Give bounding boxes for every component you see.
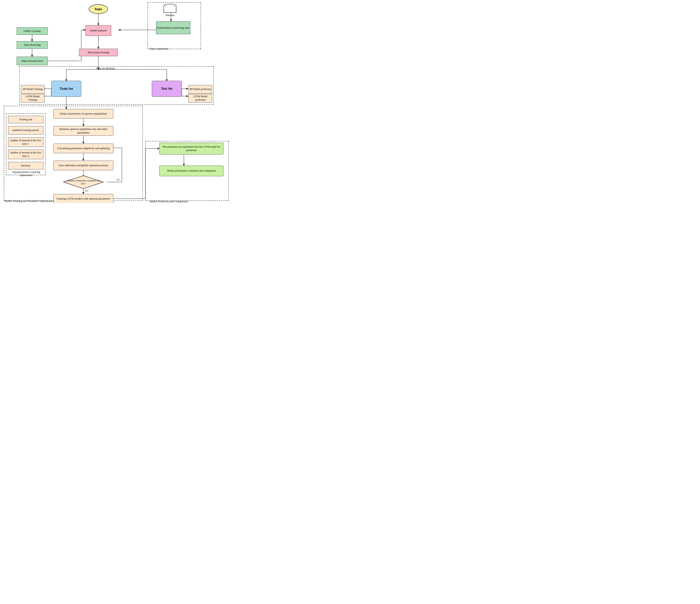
- dataset-division-box: [19, 66, 214, 105]
- neurons-layer2-node: number of neurons in the first layer 2: [8, 150, 43, 159]
- bp-training-node: BP Model Training: [21, 85, 45, 94]
- init-size-node: Initialize sparrow population size and o…: [53, 126, 113, 136]
- test-set-node: Test Set: [152, 81, 182, 97]
- neurons-layer1-node: number of neurons in the first layer 1: [8, 137, 43, 147]
- training-epochs-node: numberof training epochs: [8, 126, 43, 135]
- calc-adapt-node: Calculating population adaptivity and up…: [53, 143, 113, 153]
- lstm-prediction-node: LSTM Model prediction: [189, 94, 212, 103]
- outlier-node: Outlier cleanup: [17, 27, 48, 35]
- batchsize-node: batchsize: [8, 162, 43, 169]
- bp-prediction-node: BP Model prediction: [189, 85, 212, 94]
- denoising-node: Data denoising: [17, 41, 48, 49]
- deformation-node: Deformation monitoring data: [156, 21, 190, 34]
- substitute-params-node: The parameters are substituted into the …: [159, 143, 223, 155]
- training-rate-node: Training rate: [8, 116, 43, 123]
- database-icon: Databas: [164, 4, 176, 17]
- init-sparrow-node: Initial construction of sparrow populati…: [53, 109, 113, 119]
- begin-node: Begin: [89, 4, 108, 14]
- train-optimal-node: Training LSTM models with optimal parame…: [53, 194, 113, 203]
- model-training-label: Model Training and Parameter Optimizatio…: [5, 199, 54, 203]
- train-set-node: Train Set: [51, 81, 81, 97]
- flowchart: No Yes Begin Data Acquisition Databas De…: [0, 0, 235, 203]
- lstm-training-node: LSTM Model Training: [21, 94, 45, 103]
- data-acquisition-label: Data Acquisition: [150, 47, 169, 50]
- data-preprocessing-node: Data preprocessing: [79, 49, 118, 56]
- normalization-node: Data normalization: [17, 57, 48, 65]
- model-prediction-label: Model Prediction and Comparison: [150, 200, 188, 203]
- hyperparams-label: Hyperparameters requiring optimization: [9, 170, 43, 177]
- termination-diamond: Whether termination conditions are met?: [63, 175, 104, 189]
- dataset-division-label: Data set division: [96, 67, 115, 70]
- save-optimal-node: Save individual and global optimal posit…: [53, 161, 113, 170]
- model-datasets-node: Model datasets: [85, 25, 111, 36]
- model-performance-node: Model performance evaluation and compari…: [159, 165, 223, 176]
